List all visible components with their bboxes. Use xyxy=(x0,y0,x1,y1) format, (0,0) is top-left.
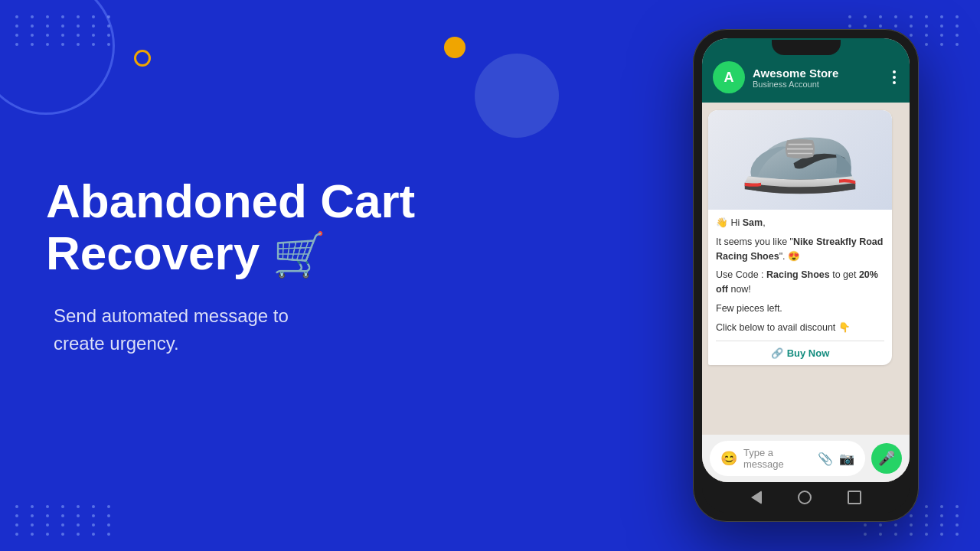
menu-dot xyxy=(893,81,896,84)
recent-nav-icon[interactable] xyxy=(848,491,861,504)
decor-circle-top-left xyxy=(0,0,115,115)
menu-dot xyxy=(893,76,896,79)
contact-name: Awesome Store xyxy=(753,67,882,80)
phone-screen: A Awesome Store Business Account xyxy=(702,38,910,482)
dot-grid-bottom-left xyxy=(15,505,116,536)
product-image xyxy=(708,110,892,210)
home-nav-icon[interactable] xyxy=(798,491,812,504)
input-icons: 📎 📷 xyxy=(818,452,854,466)
contact-status: Business Account xyxy=(753,80,882,89)
input-bar: 😊 Type a message 📎 📷 🎤 xyxy=(702,435,910,482)
message-text: 👋 Hi Sam, It seems you like "Nike Streak… xyxy=(708,216,892,334)
message-bubble: 👋 Hi Sam, It seems you like "Nike Streak… xyxy=(708,110,892,365)
page-title: Abandoned Cart Recovery 🛒 xyxy=(46,175,490,279)
decor-ring-orange xyxy=(134,50,151,67)
decor-dot-orange xyxy=(444,37,466,58)
header-info: Awesome Store Business Account xyxy=(753,67,882,89)
left-content-section: Abandoned Cart Recovery 🛒 Send automated… xyxy=(46,175,490,357)
phone-bottom-nav xyxy=(702,482,910,513)
message-placeholder: Type a message xyxy=(743,447,812,470)
buy-now-button[interactable]: 🔗 Buy Now xyxy=(716,341,884,359)
more-menu-icon[interactable] xyxy=(890,67,899,87)
cart-emoji: 🛒 xyxy=(273,230,326,279)
phone-outer-frame: A Awesome Store Business Account xyxy=(693,29,919,522)
emoji-icon[interactable]: 😊 xyxy=(720,450,737,467)
attachment-icon[interactable]: 📎 xyxy=(818,452,833,466)
camera-icon[interactable]: 📷 xyxy=(839,452,854,466)
menu-dot xyxy=(893,70,896,73)
external-link-icon: 🔗 xyxy=(771,347,783,359)
phone-notch xyxy=(772,40,841,55)
decor-circle-gray xyxy=(475,54,559,138)
shoe-illustration xyxy=(735,118,865,202)
back-nav-icon[interactable] xyxy=(751,491,762,504)
mic-button[interactable]: 🎤 xyxy=(871,443,902,474)
subtitle: Send automated message to create urgency… xyxy=(54,302,490,357)
dot-grid-top-left xyxy=(15,15,116,46)
avatar: A xyxy=(713,61,745,93)
phone-mockup: A Awesome Store Business Account xyxy=(693,29,919,522)
message-input-field[interactable]: 😊 Type a message 📎 📷 xyxy=(710,441,865,476)
customer-name: Sam xyxy=(743,217,763,228)
promo-code: Racing Shoes xyxy=(766,269,830,280)
chat-area: 👋 Hi Sam, It seems you like "Nike Streak… xyxy=(702,103,910,435)
